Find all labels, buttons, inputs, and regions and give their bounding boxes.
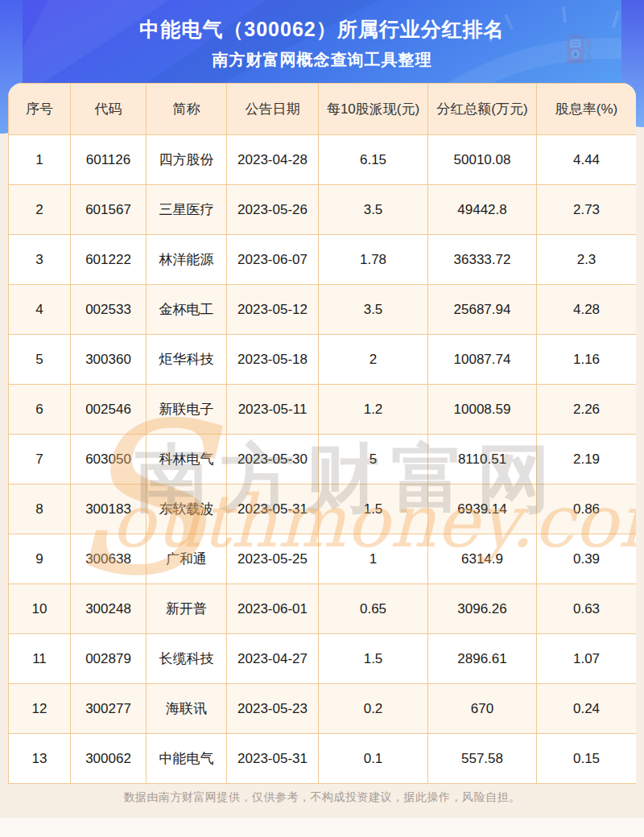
footer: 数据由南方财富网提供，仅供参考，不构成投资建议，据此操作，风险自担。 [0, 784, 644, 818]
col-header-total-dividend: 分红总额(万元) [428, 84, 537, 135]
bottom-margin [0, 818, 644, 837]
dividend-table: 序号 代码 简称 公告日期 每10股派现(元) 分红总额(万元) 股息率(%) … [8, 83, 636, 784]
cell-name: 新联电子 [147, 385, 227, 435]
cell-total-dividend: 36333.72 [428, 235, 537, 285]
cell-total-dividend: 670 [428, 684, 537, 734]
cell-date: 2023-06-07 [227, 235, 319, 285]
cell-dividend-per-10-shares: 2 [319, 335, 428, 385]
cell-date: 2023-05-31 [227, 484, 319, 534]
dividend-table-card: 序号 代码 简称 公告日期 每10股派现(元) 分红总额(万元) 股息率(%) … [8, 83, 636, 784]
cell-name: 三星医疗 [147, 185, 227, 235]
col-header-dividend-per-10-shares: 每10股派现(元) [319, 84, 428, 135]
cell-name: 四方股份 [147, 135, 227, 185]
cell-date: 2023-05-12 [227, 285, 319, 335]
cell-code: 002546 [71, 385, 147, 435]
cell-name: 科林电气 [147, 435, 227, 484]
cell-name: 东软载波 [147, 484, 227, 534]
cell-index: 9 [9, 534, 71, 584]
page-header: 中能电气（300062）所属行业分红排名 南方财富网概念查询工具整理 [0, 0, 644, 71]
cell-date: 2023-04-27 [227, 634, 319, 684]
col-header-name: 简称 [147, 84, 227, 135]
table-row: 11002879长缆科技2023-04-271.52896.611.07 [9, 634, 637, 684]
cell-total-dividend: 2896.61 [428, 634, 537, 684]
table-row: 8300183东软载波2023-05-311.56939.140.86 [9, 484, 637, 534]
cell-name: 金杯电工 [147, 285, 227, 335]
col-header-date: 公告日期 [227, 84, 319, 135]
cell-total-dividend: 557.58 [428, 734, 537, 784]
cell-date: 2023-04-28 [227, 135, 319, 185]
cell-index: 1 [9, 135, 71, 185]
cell-yield: 0.39 [537, 534, 637, 584]
table-row: 13300062中能电气2023-05-310.1557.580.15 [9, 734, 637, 784]
table-row: 10300248新开普2023-06-010.653096.260.63 [9, 584, 637, 634]
cell-total-dividend: 3096.26 [428, 584, 537, 634]
col-header-index: 序号 [9, 84, 71, 135]
cell-yield: 0.24 [537, 684, 637, 734]
cell-dividend-per-10-shares: 1.5 [319, 484, 428, 534]
cell-index: 11 [9, 634, 71, 684]
cell-index: 8 [9, 484, 71, 534]
cell-date: 2023-05-23 [227, 684, 319, 734]
table-row: 5300360炬华科技2023-05-18210087.741.16 [9, 335, 637, 385]
cell-code: 300638 [71, 534, 147, 584]
col-header-yield: 股息率(%) [537, 84, 637, 135]
cell-dividend-per-10-shares: 3.5 [319, 185, 428, 235]
table-body: 1601126四方股份2023-04-286.1550010.084.44260… [9, 135, 637, 784]
page-title: 中能电气（300062）所属行业分红排名 [0, 16, 644, 43]
cell-code: 603050 [71, 435, 147, 484]
page: F ⛽ 中能电气（300062）所属行业分红排名 南方财富网概念查询工具整理 序… [0, 0, 644, 837]
cell-total-dividend: 49442.8 [428, 185, 537, 235]
cell-yield: 2.73 [537, 185, 637, 235]
cell-code: 300062 [71, 734, 147, 784]
cell-name: 中能电气 [147, 734, 227, 784]
cell-date: 2023-05-18 [227, 335, 319, 385]
cell-index: 4 [9, 285, 71, 335]
cell-code: 300360 [71, 335, 147, 385]
cell-code: 300277 [71, 684, 147, 734]
cell-date: 2023-05-11 [227, 385, 319, 435]
cell-index: 5 [9, 335, 71, 385]
cell-code: 601126 [71, 135, 147, 185]
cell-dividend-per-10-shares: 1.5 [319, 634, 428, 684]
cell-yield: 2.3 [537, 235, 637, 285]
cell-yield: 0.86 [537, 484, 637, 534]
table-row: 2601567三星医疗2023-05-263.549442.82.73 [9, 185, 637, 235]
cell-yield: 2.26 [537, 385, 637, 435]
cell-dividend-per-10-shares: 0.65 [319, 584, 428, 634]
cell-yield: 1.07 [537, 634, 637, 684]
cell-total-dividend: 25687.94 [428, 285, 537, 335]
cell-dividend-per-10-shares: 6.15 [319, 135, 428, 185]
cell-dividend-per-10-shares: 1 [319, 534, 428, 584]
banner: F ⛽ 中能电气（300062）所属行业分红排名 南方财富网概念查询工具整理 [0, 0, 644, 90]
cell-total-dividend: 8110.51 [428, 435, 537, 484]
cell-index: 3 [9, 235, 71, 285]
cell-yield: 0.15 [537, 734, 637, 784]
cell-date: 2023-05-26 [227, 185, 319, 235]
cell-total-dividend: 10087.74 [428, 335, 537, 385]
cell-index: 2 [9, 185, 71, 235]
table-row: 7603050科林电气2023-05-3058110.512.19 [9, 435, 637, 484]
cell-yield: 2.19 [537, 435, 637, 484]
cell-name: 炬华科技 [147, 335, 227, 385]
cell-dividend-per-10-shares: 1.78 [319, 235, 428, 285]
table-row: 1601126四方股份2023-04-286.1550010.084.44 [9, 135, 637, 185]
cell-dividend-per-10-shares: 0.1 [319, 734, 428, 784]
cell-index: 13 [9, 734, 71, 784]
cell-code: 002879 [71, 634, 147, 684]
table-row: 9300638广和通2023-05-2516314.90.39 [9, 534, 637, 584]
cell-total-dividend: 50010.08 [428, 135, 537, 185]
cell-code: 601222 [71, 235, 147, 285]
cell-index: 7 [9, 435, 71, 484]
cell-dividend-per-10-shares: 5 [319, 435, 428, 484]
cell-name: 长缆科技 [147, 634, 227, 684]
cell-code: 300183 [71, 484, 147, 534]
table-row: 12300277海联讯2023-05-230.26700.24 [9, 684, 637, 734]
table-header-row: 序号 代码 简称 公告日期 每10股派现(元) 分红总额(万元) 股息率(%) [9, 84, 637, 135]
cell-dividend-per-10-shares: 1.2 [319, 385, 428, 435]
cell-name: 新开普 [147, 584, 227, 634]
cell-code: 300248 [71, 584, 147, 634]
page-subtitle: 南方财富网概念查询工具整理 [0, 49, 644, 71]
cell-yield: 4.44 [537, 135, 637, 185]
cell-index: 12 [9, 684, 71, 734]
cell-date: 2023-06-01 [227, 584, 319, 634]
